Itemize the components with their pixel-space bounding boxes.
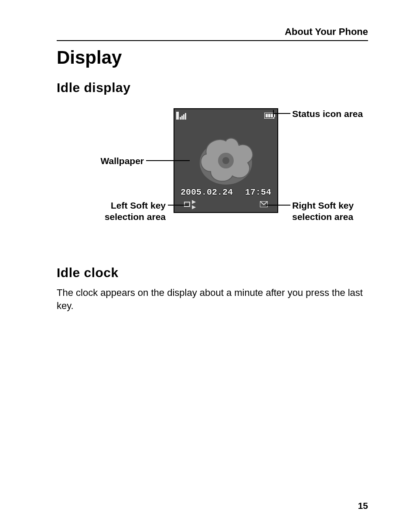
- section-heading-idle-clock: Idle clock: [57, 265, 368, 280]
- leader-right-softkey: [266, 205, 290, 206]
- label-wallpaper: Wallpaper: [57, 155, 144, 167]
- wallpaper-flower: [193, 130, 259, 187]
- svg-rect-2: [181, 116, 183, 120]
- screen-time: 17:54: [245, 187, 271, 197]
- svg-rect-3: [183, 114, 184, 120]
- label-left-softkey-line1: Left Soft key: [57, 200, 166, 211]
- right-softkey-envelope-icon: [260, 201, 268, 207]
- label-status-icon-area: Status icon area: [292, 108, 363, 120]
- page-number: 15: [358, 501, 368, 511]
- leader-status: [274, 113, 290, 114]
- svg-rect-9: [274, 114, 275, 117]
- svg-rect-6: [266, 114, 268, 117]
- idle-clock-body: The clock appears on the display about a…: [57, 286, 368, 312]
- svg-rect-7: [268, 114, 270, 117]
- idle-display-figure: 2005.02.24 17:54 ▶▶ Wallpaper Left Soft …: [57, 108, 368, 252]
- svg-rect-0: [176, 112, 179, 120]
- label-right-softkey-line1: Right Soft key: [292, 200, 354, 211]
- screen-date: 2005.02.24: [181, 187, 233, 197]
- status-bar: [176, 111, 276, 120]
- page-title: Display: [57, 47, 368, 68]
- running-header: About Your Phone: [57, 26, 368, 40]
- svg-point-12: [222, 157, 229, 164]
- svg-rect-4: [185, 113, 186, 120]
- signal-icon: [176, 112, 188, 120]
- svg-rect-1: [180, 117, 181, 120]
- header-rule: [57, 40, 368, 41]
- leader-wallpaper: [146, 160, 190, 161]
- label-left-softkey-line2: selection area: [57, 211, 166, 223]
- left-softkey-icon: ▶▶: [184, 199, 196, 209]
- leader-status-tick: [273, 110, 274, 117]
- leader-left-softkey: [168, 205, 189, 206]
- label-right-softkey-line2: selection area: [292, 211, 353, 223]
- section-heading-idle-display: Idle display: [57, 80, 368, 95]
